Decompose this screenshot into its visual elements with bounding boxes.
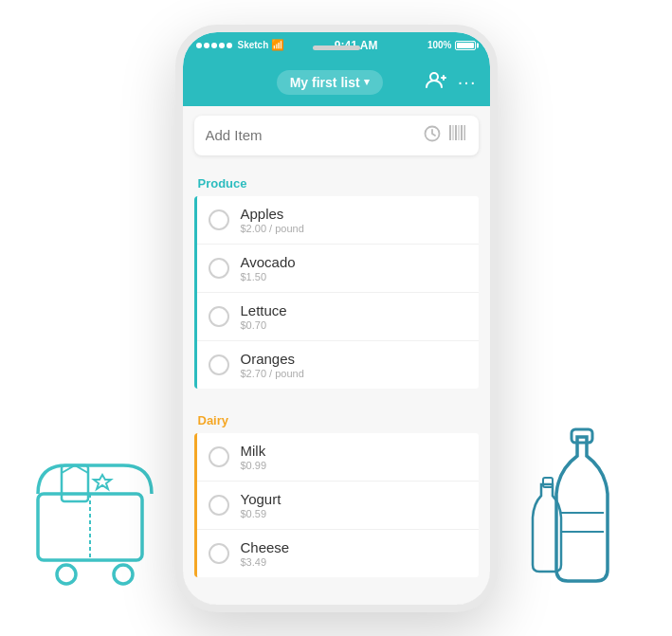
list-item: Milk $0.99 <box>197 433 479 482</box>
scene: Sketch 📶 9:41 AM 100% My first list ▾ <box>0 0 672 636</box>
item-checkbox-apples[interactable] <box>209 209 229 230</box>
item-name-oranges: Oranges <box>241 351 467 367</box>
svg-point-9 <box>430 73 438 81</box>
item-text-lettuce: Lettuce $0.70 <box>241 302 467 331</box>
search-bar[interactable] <box>194 116 479 155</box>
svg-rect-17 <box>461 125 463 140</box>
svg-rect-14 <box>452 125 453 140</box>
history-icon[interactable] <box>424 125 441 146</box>
phone-screen: Sketch 📶 9:41 AM 100% My first list ▾ <box>183 32 490 605</box>
battery-percent: 100% <box>427 40 452 50</box>
item-name-cheese: Cheese <box>241 539 467 555</box>
wifi-icon: 📶 <box>271 39 284 51</box>
item-checkbox-cheese[interactable] <box>209 543 229 564</box>
phone-shell: Sketch 📶 9:41 AM 100% My first list ▾ <box>175 25 498 612</box>
item-price-milk: $0.99 <box>241 460 467 471</box>
add-item-input[interactable] <box>206 127 424 143</box>
category-header-produce: Produce <box>183 165 490 196</box>
category-produce: Produce Apples $2.00 / pound <box>183 165 490 389</box>
svg-rect-18 <box>463 125 465 140</box>
item-price-apples: $2.00 / pound <box>241 223 467 234</box>
status-carrier: Sketch <box>238 40 269 50</box>
svg-rect-13 <box>449 125 451 140</box>
item-checkbox-milk[interactable] <box>209 446 229 467</box>
more-options-icon[interactable]: ··· <box>458 71 477 93</box>
svg-rect-16 <box>458 125 459 140</box>
section-spacer <box>183 389 490 402</box>
list-item: Yogurt $0.59 <box>197 482 479 530</box>
list-content: Produce Apples $2.00 / pound <box>183 165 490 605</box>
item-price-avocado: $1.50 <box>241 271 467 282</box>
produce-items: Apples $2.00 / pound Avocado $1.50 <box>194 196 479 389</box>
status-left: Sketch 📶 <box>196 39 285 51</box>
item-checkbox-yogurt[interactable] <box>209 495 229 516</box>
header-actions: ··· <box>426 71 477 93</box>
item-price-lettuce: $0.70 <box>241 319 467 331</box>
item-checkbox-lettuce[interactable] <box>209 306 229 327</box>
list-title-button[interactable]: My first list ▾ <box>277 70 383 95</box>
item-name-lettuce: Lettuce <box>241 302 467 318</box>
status-right: 100% <box>427 40 477 50</box>
search-icons <box>424 124 467 146</box>
item-text-milk: Milk $0.99 <box>241 443 467 471</box>
phone-speaker <box>313 45 360 50</box>
list-title-label: My first list <box>290 75 360 90</box>
item-text-yogurt: Yogurt $0.59 <box>241 491 467 519</box>
item-text-oranges: Oranges $2.70 / pound <box>241 351 467 379</box>
signal-dots <box>196 43 232 48</box>
barcode-icon[interactable] <box>448 124 467 146</box>
app-header: My first list ▾ ··· <box>183 59 490 106</box>
item-text-apples: Apples $2.00 / pound <box>241 206 467 234</box>
add-user-icon[interactable] <box>426 71 446 93</box>
category-header-dairy: Dairy <box>183 402 490 433</box>
item-text-cheese: Cheese $3.49 <box>241 539 467 568</box>
item-checkbox-oranges[interactable] <box>209 354 229 375</box>
battery-icon <box>455 41 476 50</box>
item-name-avocado: Avocado <box>241 254 467 270</box>
item-name-milk: Milk <box>241 443 467 459</box>
item-name-yogurt: Yogurt <box>241 491 467 507</box>
item-text-avocado: Avocado $1.50 <box>241 254 467 282</box>
list-item: Cheese $3.49 <box>197 530 479 577</box>
item-price-cheese: $3.49 <box>241 556 467 568</box>
svg-rect-15 <box>455 125 457 140</box>
list-item: Apples $2.00 / pound <box>197 196 479 245</box>
list-item: Avocado $1.50 <box>197 245 479 293</box>
bg-illustration-left <box>19 437 171 608</box>
svg-rect-8 <box>543 478 553 487</box>
svg-point-2 <box>114 565 133 584</box>
dairy-items: Milk $0.99 Yogurt $0.59 <box>194 433 479 577</box>
item-name-apples: Apples <box>241 206 467 222</box>
bg-illustration-right <box>530 418 644 608</box>
item-checkbox-avocado[interactable] <box>209 258 229 279</box>
category-dairy: Dairy Milk $0.99 Yogurt <box>183 402 490 577</box>
list-item: Oranges $2.70 / pound <box>197 341 479 389</box>
chevron-down-icon: ▾ <box>364 76 370 88</box>
item-price-oranges: $2.70 / pound <box>241 368 467 379</box>
list-item: Lettuce $0.70 <box>197 293 479 341</box>
item-price-yogurt: $0.59 <box>241 508 467 519</box>
svg-point-1 <box>57 565 76 584</box>
